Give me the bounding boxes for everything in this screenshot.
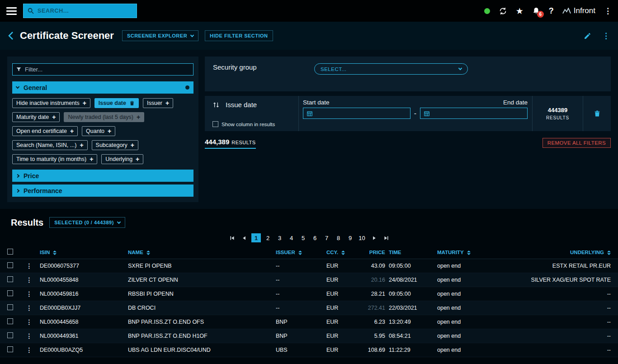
filter-search-input[interactable] <box>25 66 190 73</box>
chip-time-to-maturity[interactable]: Time to maturity (in months) + <box>12 154 97 164</box>
pagination-page-6[interactable]: 6 <box>310 233 320 242</box>
table-row[interactable]: ⋮ NL0000459816 RBSBI PI OPENN -- EUR 28.… <box>0 287 618 301</box>
trash-icon[interactable] <box>594 110 601 118</box>
topbar-overflow-menu-icon[interactable]: ⋮ <box>604 6 612 16</box>
column-header-name[interactable]: NAME <box>126 246 274 259</box>
end-date-input[interactable] <box>433 110 524 117</box>
edit-pencil-icon[interactable] <box>584 32 591 40</box>
calendar-icon[interactable] <box>307 110 313 117</box>
notifications-bell-icon[interactable]: 6 <box>532 7 540 15</box>
column-header-maturity[interactable]: MATURITY <box>435 246 523 259</box>
pagination-page-2[interactable]: 2 <box>263 233 273 242</box>
sort-icon[interactable] <box>341 251 345 255</box>
column-header-underlying[interactable]: UNDERLYING <box>523 246 618 259</box>
start-date-input[interactable] <box>316 110 407 117</box>
row-menu-icon[interactable]: ⋮ <box>20 273 38 287</box>
row-menu-icon[interactable]: ⋮ <box>20 315 38 329</box>
table-row[interactable]: ⋮ NL0000455848 ZILVER CT OPENN -- EUR 20… <box>0 273 618 287</box>
table-row[interactable]: ⋮ DE000DB0XJJ7 DB CROCI -- EUR 272.41 22… <box>0 301 618 315</box>
row-checkbox[interactable] <box>7 332 13 338</box>
section-price[interactable]: Price <box>12 170 193 182</box>
row-checkbox[interactable] <box>7 290 13 296</box>
row-menu-icon[interactable]: ⋮ <box>20 301 38 315</box>
security-group-card: Security group SELECT... <box>205 57 611 91</box>
row-checkbox[interactable] <box>7 276 13 282</box>
help-icon[interactable]: ? <box>549 6 554 16</box>
chip-hide-inactive-instruments[interactable]: Hide inactive instruments + <box>12 98 90 108</box>
pagination-first-icon[interactable] <box>227 233 237 242</box>
section-general[interactable]: General <box>12 81 193 94</box>
security-group-select[interactable]: SELECT... <box>314 63 468 75</box>
pagination-page-4[interactable]: 4 <box>287 233 296 242</box>
row-menu-icon[interactable]: ⋮ <box>20 329 38 343</box>
show-column-toggle[interactable]: Show column in results <box>212 121 298 127</box>
hide-filter-section-button[interactable]: HIDE FILTER SECTION <box>205 30 273 41</box>
selected-dropdown-button[interactable]: SELECTED (0 / 444389) <box>49 217 125 228</box>
back-icon[interactable] <box>8 31 14 40</box>
cell-ccy: EUR <box>325 343 349 357</box>
end-date-field[interactable] <box>420 108 528 119</box>
chip-search-name-isin[interactable]: Search (Name, ISIN, ...) + <box>12 140 88 150</box>
chip-open-end-certificate[interactable]: Open end certificate + <box>12 126 78 136</box>
row-menu-icon[interactable]: ⋮ <box>20 343 38 357</box>
chip-newly-traded[interactable]: Newly traded (last 5 days) + <box>64 112 144 122</box>
remove-issue-date-filter[interactable] <box>583 96 611 131</box>
row-checkbox[interactable] <box>7 262 13 268</box>
cell-price: 20.16 <box>349 273 387 287</box>
column-header-time[interactable]: TIME <box>387 246 435 259</box>
chip-underlying[interactable]: Underlying + <box>101 154 143 164</box>
calendar-icon[interactable] <box>424 110 430 117</box>
pagination-page-5[interactable]: 5 <box>298 233 308 242</box>
section-performance[interactable]: Performance <box>12 184 193 197</box>
pagination-page-7[interactable]: 7 <box>322 233 331 242</box>
trash-icon[interactable] <box>129 100 135 106</box>
table-row[interactable]: ⋮ DE0006075377 SXRE PI OPENB -- EUR 43.0… <box>0 259 618 273</box>
row-menu-icon[interactable]: ⋮ <box>20 259 38 273</box>
pagination-page-8[interactable]: 8 <box>334 233 343 242</box>
refresh-icon[interactable] <box>499 7 507 15</box>
cell-price: 272.41 <box>349 301 387 315</box>
sort-icon[interactable] <box>53 251 57 255</box>
pagination-page-10[interactable]: 10 <box>357 233 367 242</box>
row-checkbox[interactable] <box>7 304 13 310</box>
favorites-star-icon[interactable]: ★ <box>516 7 524 15</box>
pagination-page-9[interactable]: 9 <box>345 233 355 242</box>
select-all-checkbox[interactable] <box>7 249 13 255</box>
column-header-isin[interactable]: ISIN <box>38 246 126 259</box>
sort-icon[interactable] <box>298 251 302 255</box>
hamburger-menu-icon[interactable] <box>6 7 17 15</box>
sort-icon[interactable] <box>607 251 611 255</box>
show-column-checkbox[interactable] <box>212 121 218 127</box>
row-menu-icon[interactable]: ⋮ <box>20 287 38 301</box>
chip-quanto[interactable]: Quanto + <box>82 126 115 136</box>
column-header-price[interactable]: PRICE <box>349 246 387 259</box>
table-row[interactable]: ⋮ NL0000449361 BNP PAR.ISS.ZT O.END H1OF… <box>0 329 618 343</box>
filter-search-field[interactable] <box>12 63 193 76</box>
pagination-page-1[interactable]: 1 <box>251 233 261 242</box>
row-checkbox[interactable] <box>7 318 13 324</box>
page-overflow-menu-icon[interactable]: ⋮ <box>602 31 610 41</box>
cell-price: 6.23 <box>349 315 387 329</box>
column-header-ccy[interactable]: CCY. <box>325 246 349 259</box>
table-row[interactable]: ⋮ DE000UB0AZQ5 UBS AG LDN EUR.DISC04/UND… <box>0 343 618 357</box>
pagination-last-icon[interactable] <box>381 233 391 242</box>
cell-ccy: EUR <box>325 301 349 315</box>
row-checkbox[interactable] <box>7 346 13 352</box>
security-group-label: Security group <box>213 63 314 71</box>
screener-explorer-button[interactable]: SCREENER EXPLORER <box>122 30 198 41</box>
global-search[interactable] <box>23 4 137 18</box>
column-header-issuer[interactable]: ISSUER <box>274 246 325 259</box>
table-row[interactable]: ⋮ NL0000445658 BNP PAR.ISS.ZT O.END OFS … <box>0 315 618 329</box>
sort-icon[interactable] <box>467 251 471 255</box>
sort-icon[interactable] <box>146 251 150 255</box>
pagination-page-3[interactable]: 3 <box>275 233 284 242</box>
chip-issuer[interactable]: Issuer + <box>143 98 173 108</box>
chip-issue-date[interactable]: Issue date <box>94 98 139 108</box>
chip-subcategory[interactable]: Subcategory + <box>92 140 138 150</box>
remove-all-filters-button[interactable]: REMOVE ALL FILTERS <box>543 138 611 148</box>
pagination-next-icon[interactable] <box>369 233 379 242</box>
start-date-field[interactable] <box>303 108 410 119</box>
global-search-input[interactable] <box>38 8 133 14</box>
chip-maturity-date[interactable]: Maturity date + <box>12 112 60 122</box>
pagination-prev-icon[interactable] <box>239 233 249 242</box>
